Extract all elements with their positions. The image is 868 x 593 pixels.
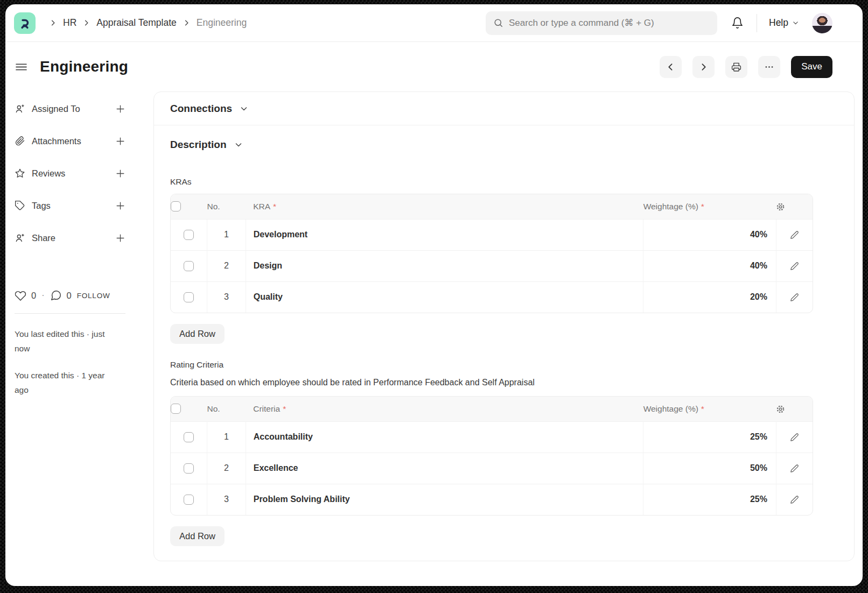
search-input[interactable] xyxy=(509,18,710,29)
add-share-button[interactable] xyxy=(115,233,125,243)
notifications-button[interactable] xyxy=(731,17,744,29)
chevron-right-icon xyxy=(699,62,708,72)
more-actions-button[interactable] xyxy=(758,56,780,78)
page-header: Engineering Save xyxy=(5,42,863,91)
form-panel: Connections Description KRAs xyxy=(153,91,855,561)
kras-table: No. KRA* Weightage (%)* xyxy=(170,194,813,313)
kras-header-row: No. KRA* Weightage (%)* xyxy=(171,194,813,219)
toolbar: Save xyxy=(660,56,832,78)
app-logo[interactable] xyxy=(14,12,36,34)
global-search[interactable] xyxy=(486,11,717,35)
app-window: HR Appraisal Template Engineering xyxy=(5,4,863,586)
row-checkbox[interactable] xyxy=(184,230,194,240)
like-button[interactable] xyxy=(15,290,26,301)
chevron-right-icon xyxy=(49,19,57,27)
kra-cell[interactable]: Quality xyxy=(246,281,643,313)
navbar-right-group: Help xyxy=(731,13,832,33)
edit-row-button[interactable] xyxy=(790,262,799,271)
save-button[interactable]: Save xyxy=(791,56,832,78)
paperclip-icon xyxy=(15,136,25,146)
weightage-cell[interactable]: 40% xyxy=(643,219,776,250)
navbar-divider xyxy=(757,14,757,32)
edit-row-button[interactable] xyxy=(790,293,799,302)
edit-row-button[interactable] xyxy=(790,230,799,239)
section-connections[interactable]: Connections xyxy=(154,92,854,125)
weightage-cell[interactable]: 40% xyxy=(643,250,776,281)
comments-button[interactable] xyxy=(50,290,62,301)
chevron-left-icon xyxy=(666,62,675,72)
row-number: 3 xyxy=(207,484,246,515)
kras-label: KRAs xyxy=(170,177,838,187)
help-menu[interactable]: Help xyxy=(769,17,799,29)
criteria-col-no: No. xyxy=(207,397,246,421)
user-plus-icon xyxy=(15,103,25,114)
kra-cell[interactable]: Development xyxy=(246,219,643,250)
add-review-button[interactable] xyxy=(115,168,125,179)
row-checkbox[interactable] xyxy=(184,432,194,442)
section-description[interactable]: Description xyxy=(154,125,854,164)
weightage-cell[interactable]: 25% xyxy=(643,484,776,515)
rating-criteria-block: Rating Criteria Criteria based on which … xyxy=(170,360,838,546)
pencil-icon xyxy=(790,433,799,442)
weightage-cell[interactable]: 50% xyxy=(643,453,776,484)
criteria-select-all-checkbox[interactable] xyxy=(171,404,181,414)
add-tag-button[interactable] xyxy=(115,201,125,211)
user-avatar[interactable] xyxy=(812,13,832,33)
row-checkbox[interactable] xyxy=(184,261,194,271)
kras-add-row-button[interactable]: Add Row xyxy=(170,324,225,344)
criteria-add-row-button[interactable]: Add Row xyxy=(170,526,225,546)
edit-row-button[interactable] xyxy=(790,495,799,504)
sidebar-item-reviews: Reviews xyxy=(15,157,125,189)
pencil-icon xyxy=(790,293,799,302)
kra-cell[interactable]: Design xyxy=(246,250,643,281)
last-edited-text: You last edited this · just now xyxy=(15,327,120,356)
criteria-cell[interactable]: Accountability xyxy=(246,421,643,453)
edit-row-button[interactable] xyxy=(790,433,799,442)
row-checkbox[interactable] xyxy=(184,292,194,302)
document-social-row: 0 · 0 FOLLOW xyxy=(15,290,125,301)
criteria-grid-settings-button[interactable] xyxy=(776,405,785,414)
required-asterisk: * xyxy=(273,202,276,211)
required-asterisk: * xyxy=(701,404,704,413)
table-row: 1 Accountability 25% xyxy=(171,421,813,453)
sidebar-item-label: Attachments xyxy=(32,136,81,146)
likes-count: 0 xyxy=(31,291,36,301)
criteria-col-criteria: Criteria* xyxy=(246,397,643,421)
kras-grid-settings-button[interactable] xyxy=(776,202,785,211)
table-row: 3 Problem Solving Ability 25% xyxy=(171,484,813,515)
edit-row-button[interactable] xyxy=(790,464,799,473)
printer-icon xyxy=(731,62,741,72)
add-attachment-button[interactable] xyxy=(115,136,125,146)
row-checkbox[interactable] xyxy=(184,495,194,505)
breadcrumb: HR Appraisal Template Engineering xyxy=(43,17,247,29)
pencil-icon xyxy=(790,464,799,473)
add-assignment-button[interactable] xyxy=(115,104,125,114)
kras-select-all-checkbox[interactable] xyxy=(171,201,181,211)
chevron-down-icon xyxy=(240,104,248,113)
follow-button[interactable]: FOLLOW xyxy=(77,292,110,300)
pencil-icon xyxy=(790,495,799,504)
criteria-cell[interactable]: Excellence xyxy=(246,453,643,484)
required-asterisk: * xyxy=(701,202,704,211)
rating-criteria-label: Rating Criteria xyxy=(170,360,838,370)
previous-document-button[interactable] xyxy=(660,56,682,78)
table-row: 2 Excellence 50% xyxy=(171,453,813,484)
form-sidebar: Assigned To Attachments Reviews xyxy=(5,91,153,410)
weightage-cell[interactable]: 25% xyxy=(643,421,776,453)
pencil-icon xyxy=(790,230,799,239)
next-document-button[interactable] xyxy=(692,56,715,78)
sidebar-toggle-button[interactable] xyxy=(15,60,28,74)
breadcrumb-hr[interactable]: HR xyxy=(63,17,76,29)
criteria-cell[interactable]: Problem Solving Ability xyxy=(246,484,643,515)
help-label: Help xyxy=(769,17,788,29)
row-checkbox[interactable] xyxy=(184,463,194,474)
top-navbar: HR Appraisal Template Engineering xyxy=(5,4,863,42)
tag-icon xyxy=(15,200,25,211)
print-button[interactable] xyxy=(725,56,747,78)
search-icon xyxy=(493,18,503,28)
page-title: Engineering xyxy=(40,58,128,75)
criteria-header-row: No. Criteria* Weightage (%)* xyxy=(171,397,813,421)
weightage-cell[interactable]: 20% xyxy=(643,281,776,313)
frappe-hr-logo-icon xyxy=(18,16,32,30)
breadcrumb-appraisal-template[interactable]: Appraisal Template xyxy=(96,17,177,29)
